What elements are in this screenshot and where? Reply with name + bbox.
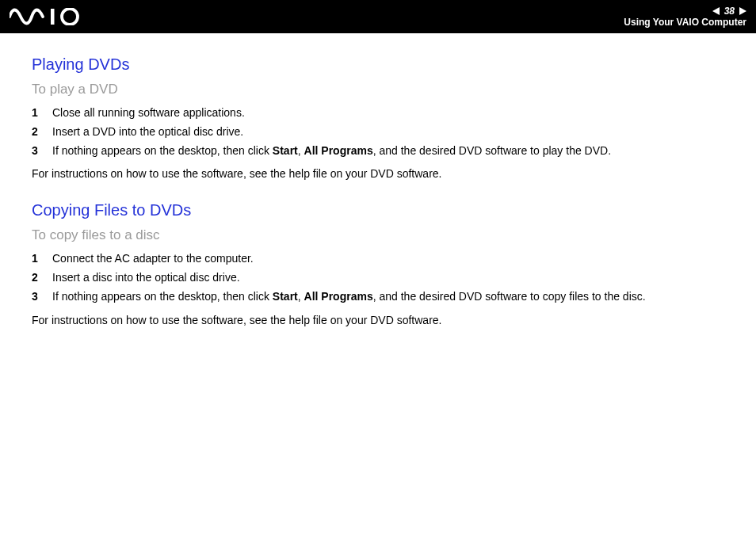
step-item: 3 If nothing appears on the desktop, the…	[32, 142, 724, 161]
subheading-to-play-dvd: To play a DVD	[32, 82, 724, 97]
step-item: 1 Connect the AC adapter to the computer…	[32, 250, 724, 269]
step-number: 3	[32, 288, 52, 307]
step-item: 1 Close all running software application…	[32, 104, 724, 123]
page-content: Playing DVDs To play a DVD 1 Close all r…	[0, 33, 756, 330]
text-fragment: ,	[298, 290, 304, 303]
step-number: 3	[32, 142, 52, 161]
section-title: Using Your VAIO Computer	[624, 17, 746, 28]
page-nav: 38	[712, 6, 746, 17]
text-fragment: , and the desired DVD software to play t…	[373, 144, 611, 157]
bold-start: Start	[273, 290, 298, 303]
text-fragment: If nothing appears on the desktop, then …	[52, 144, 273, 157]
step-number: 1	[32, 250, 52, 269]
step-number: 1	[32, 104, 52, 123]
step-text: Connect the AC adapter to the computer.	[52, 250, 724, 269]
step-item: 2 Insert a disc into the optical disc dr…	[32, 269, 724, 288]
step-text: If nothing appears on the desktop, then …	[52, 288, 724, 307]
step-number: 2	[32, 123, 52, 142]
note-text: For instructions on how to use the softw…	[32, 165, 724, 184]
text-fragment: If nothing appears on the desktop, then …	[52, 290, 273, 303]
step-number: 2	[32, 269, 52, 288]
step-text: Insert a disc into the optical disc driv…	[52, 269, 724, 288]
steps-list: 1 Connect the AC adapter to the computer…	[32, 250, 724, 306]
vaio-logo	[10, 8, 97, 25]
heading-playing-dvds: Playing DVDs	[32, 55, 724, 74]
bold-all-programs: All Programs	[304, 290, 373, 303]
bold-start: Start	[273, 144, 298, 157]
next-page-arrow-icon[interactable]	[739, 7, 746, 15]
step-text: Close all running software applications.	[52, 104, 724, 123]
bold-all-programs: All Programs	[304, 144, 373, 157]
header-right: 38 Using Your VAIO Computer	[624, 6, 746, 29]
subheading-to-copy-files: To copy files to a disc	[32, 227, 724, 243]
text-fragment: , and the desired DVD software to copy f…	[373, 290, 646, 303]
step-item: 3 If nothing appears on the desktop, the…	[32, 288, 724, 307]
step-text: Insert a DVD into the optical disc drive…	[52, 123, 724, 142]
step-item: 2 Insert a DVD into the optical disc dri…	[32, 123, 724, 142]
header-bar: 38 Using Your VAIO Computer	[0, 0, 756, 33]
svg-rect-0	[51, 9, 55, 25]
page-number: 38	[724, 6, 735, 17]
step-text: If nothing appears on the desktop, then …	[52, 142, 724, 161]
prev-page-arrow-icon[interactable]	[712, 7, 720, 15]
text-fragment: ,	[298, 144, 304, 157]
heading-copying-files: Copying Files to DVDs	[32, 201, 724, 219]
svg-point-1	[62, 9, 78, 25]
steps-list: 1 Close all running software application…	[32, 104, 724, 160]
note-text: For instructions on how to use the softw…	[32, 311, 724, 330]
